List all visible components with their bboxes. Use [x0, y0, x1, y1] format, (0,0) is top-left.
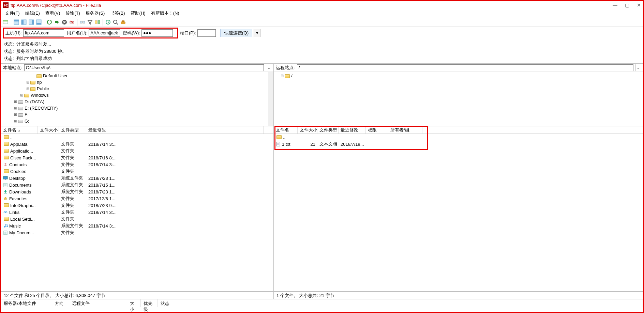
list-item[interactable]: Desktop系统文件夹2018/7/23 1... — [1, 175, 273, 182]
list-item[interactable]: Applicatio...文件夹 — [1, 147, 273, 154]
refresh-icon[interactable] — [46, 19, 53, 26]
col-mod[interactable]: 最近修改 — [86, 126, 264, 134]
toggle-log-icon[interactable] — [13, 19, 20, 26]
list-item[interactable]: Favorites文件夹2017/12/6 1... — [1, 195, 273, 202]
tree-item[interactable]: ⊞G: — [1, 118, 273, 124]
rcol-mod[interactable]: 最近修改 — [339, 126, 366, 134]
rcol-perm[interactable]: 权限 — [366, 126, 388, 134]
file-type: 文件夹 — [59, 141, 86, 147]
rcol-type[interactable]: 文件类型 — [317, 126, 339, 134]
log-line: 状态: 计算服务器时差... — [4, 41, 640, 48]
list-item[interactable]: Downloads系统文件夹2018/7/23 1... — [1, 188, 273, 195]
menu-help[interactable]: 帮助(H) — [128, 10, 148, 17]
filter-icon[interactable] — [87, 19, 93, 26]
menu-bookmarks[interactable]: 书签(B) — [107, 10, 128, 17]
expander-icon[interactable]: ⊟ — [280, 74, 284, 78]
expander-icon[interactable]: ⊞ — [19, 93, 24, 97]
list-item[interactable]: Contacts文件夹2018/7/14 3:... — [1, 161, 273, 168]
remote-file-list[interactable]: 文件名 文件大小 文件类型 最近修改 权限 所有者/组 ..1.txt21文本文… — [274, 126, 643, 291]
remote-path-input[interactable] — [297, 64, 633, 71]
col-type[interactable]: 文件类型 — [59, 126, 86, 134]
menu-server[interactable]: 服务器(S) — [83, 10, 107, 17]
search-icon[interactable] — [112, 19, 119, 26]
username-input[interactable] — [89, 29, 120, 37]
expander-icon[interactable]: ⊞ — [13, 106, 17, 110]
expander-icon[interactable]: ⊞ — [26, 87, 30, 91]
expander-icon[interactable]: ⊞ — [26, 80, 30, 84]
reconnect-icon[interactable] — [79, 19, 86, 26]
tree-item[interactable]: Default User — [1, 73, 273, 79]
list-item[interactable]: Cookies文件夹 — [1, 168, 273, 175]
tree-item[interactable]: ⊞Public — [1, 85, 273, 92]
col-size[interactable]: 文件大小 — [38, 126, 59, 134]
expander-icon[interactable]: ⊞ — [13, 112, 17, 117]
svg-rect-12 — [80, 21, 82, 23]
password-input[interactable] — [141, 29, 173, 37]
menu-transfer[interactable]: 传输(T) — [63, 10, 83, 17]
menu-edit[interactable]: 编辑(E) — [23, 10, 43, 17]
menu-view[interactable]: 查看(V) — [43, 10, 63, 17]
toggle-remote-tree-icon[interactable] — [28, 19, 35, 26]
site-manager-icon[interactable] — [2, 19, 9, 26]
rcol-size[interactable]: 文件大小 — [298, 126, 317, 134]
local-file-list[interactable]: 文件名 ▲ 文件大小 文件类型 最近修改 ..AppData文件夹2018/7/… — [1, 126, 273, 291]
transfer-queue-body[interactable] — [1, 307, 643, 312]
qcol-dir[interactable]: 方向 — [52, 299, 69, 307]
cancel-icon[interactable] — [61, 19, 68, 26]
list-item[interactable]: My Docum...文件夹 — [1, 229, 273, 236]
qcol-status[interactable]: 状态 — [158, 299, 643, 307]
remote-tree[interactable]: ⊟/ — [274, 72, 643, 126]
sync-browse-icon[interactable] — [105, 19, 111, 26]
disconnect-icon[interactable] — [69, 19, 75, 26]
qcol-size[interactable]: 大小 — [127, 299, 141, 307]
tree-item[interactable]: ⊞E: (RECOVERY) — [1, 105, 273, 111]
compare-icon[interactable] — [94, 19, 101, 26]
list-item[interactable]: Links文件夹2018/7/14 3:... — [1, 209, 273, 216]
port-input[interactable] — [197, 29, 216, 37]
list-item[interactable]: Documents系统文件夹2018/7/15 1... — [1, 182, 273, 188]
toggle-local-tree-icon[interactable] — [20, 19, 27, 26]
local-path-dropdown[interactable]: ⌄ — [266, 64, 271, 71]
rcol-name[interactable]: 文件名 — [274, 126, 298, 134]
message-log[interactable]: 状态: 计算服务器时差... 状态: 服务器时差为 28800 秒。 状态: 列… — [1, 39, 643, 64]
process-queue-icon[interactable] — [54, 19, 60, 26]
expander-icon[interactable]: ⊞ — [13, 99, 17, 104]
tree-item[interactable]: ⊟/ — [274, 73, 643, 79]
list-item[interactable]: Music系统文件夹2018/7/14 3:... — [1, 222, 273, 229]
tree-item[interactable]: ⊞hp — [1, 79, 273, 85]
qcol-remote[interactable]: 远程文件 — [69, 299, 127, 307]
menu-file[interactable]: 文件(F) — [2, 10, 23, 17]
host-input[interactable] — [23, 29, 64, 37]
rcol-own[interactable]: 所有者/组 — [388, 126, 422, 134]
list-item[interactable]: 1.txt21文本文档2018/7/18... — [274, 141, 643, 147]
close-button[interactable]: ✕ — [637, 2, 641, 8]
file-name: IntelGraphi... — [10, 203, 35, 208]
remote-path-dropdown[interactable]: ⌄ — [635, 64, 641, 71]
qcol-server[interactable]: 服务器/本地文件 — [1, 299, 52, 307]
list-item[interactable]: Cisco Pack...文件夹2018/7/16 8:... — [1, 154, 273, 161]
local-tree-scrollbar[interactable] — [268, 72, 273, 126]
menu-newversion[interactable]: 有新版本！(N) — [148, 10, 182, 17]
quickconnect-button[interactable]: 快速连接(Q) — [221, 29, 252, 37]
tree-item[interactable]: ⊞F: — [1, 111, 273, 118]
expander-icon[interactable]: ⊞ — [13, 119, 17, 123]
file-name: Music — [9, 223, 21, 229]
list-item[interactable]: AppData文件夹2018/7/14 3:... — [1, 141, 273, 147]
toggle-queue-icon[interactable] — [35, 19, 42, 26]
local-pane: 本地站点: ⌄ Default User⊞hp⊞Public⊞Windows⊞D… — [1, 64, 274, 291]
local-path-input[interactable] — [24, 64, 264, 71]
maximize-button[interactable]: ▢ — [625, 2, 629, 8]
binoculars-icon[interactable] — [120, 19, 126, 26]
tree-item[interactable]: ⊞D: (DATA) — [1, 98, 273, 105]
list-item[interactable]: .. — [1, 134, 273, 141]
quickconnect-dropdown[interactable]: ▾ — [254, 29, 260, 37]
qcol-prio[interactable]: 优先级 — [141, 299, 158, 307]
list-item[interactable]: Local Setti...文件夹 — [1, 216, 273, 222]
minimize-button[interactable]: — — [613, 2, 617, 8]
list-item[interactable]: .. — [274, 134, 643, 141]
tree-item[interactable]: ⊞Windows — [1, 92, 273, 98]
svg-rect-3 — [14, 20, 19, 21]
list-item[interactable]: IntelGraphi...文件夹2018/7/23 9:... — [1, 202, 273, 209]
file-name: Local Setti... — [10, 217, 35, 222]
local-tree[interactable]: Default User⊞hp⊞Public⊞Windows⊞D: (DATA)… — [1, 72, 273, 126]
